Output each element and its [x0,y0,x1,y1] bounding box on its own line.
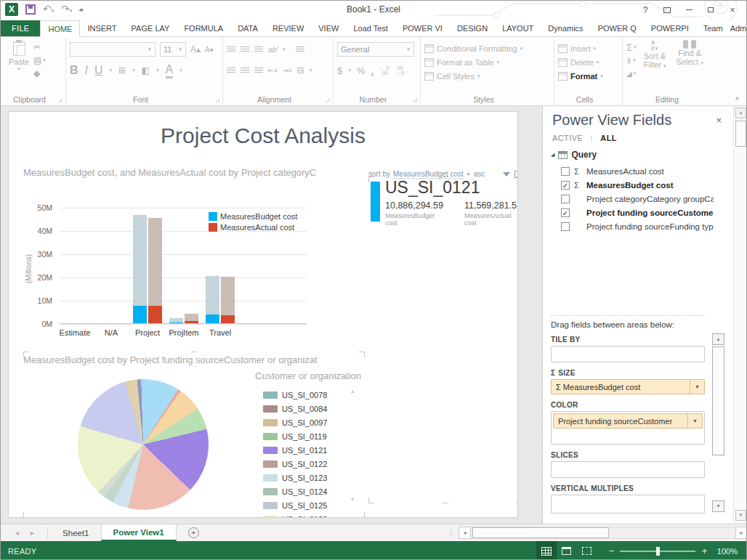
pie-legend-item[interactable]: US_SI_0123 [263,471,352,484]
close-icon[interactable]: × [723,3,742,17]
percent-button[interactable]: % [357,65,366,76]
scroll-right-icon[interactable]: ▸ [735,527,747,539]
color-area[interactable]: Project funding sourceCustomer ▼ [551,411,705,445]
scroll-down-icon[interactable]: ▾ [351,496,354,503]
slices-area[interactable] [551,461,705,478]
grow-font-button[interactable]: A▴ [190,44,201,54]
font-size-combo[interactable]: 11▾ [160,42,186,57]
ribbon-tab-view[interactable]: VIEW [311,20,346,36]
scroll-left-icon[interactable]: ◂ [459,527,471,539]
increase-indent-icon[interactable]: ⇥≡ [283,65,292,76]
scroll-up-icon[interactable]: ▴ [351,388,354,394]
align-top-icon[interactable] [227,46,235,53]
ribbon-tab-dynamics[interactable]: Dynamics [541,20,590,36]
cut-button[interactable]: ✂ [33,41,46,53]
ribbon-display-options-icon[interactable] [658,3,677,17]
scroll-thumb[interactable] [712,346,724,455]
color-field-pill[interactable]: Project funding sourceCustomer ▼ [553,413,703,429]
decrease-indent-icon[interactable]: ⇤≡ [268,65,278,76]
bar-measuresactual-cost-projitem[interactable] [185,314,198,323]
panel-outer-scrollbar[interactable]: ▲ ▼ [733,106,747,524]
zoom-out-button[interactable]: − [609,546,615,556]
power-view-sheet[interactable]: Project Cost Analysis MeasuresBudget cos… [8,111,518,518]
align-bottom-icon[interactable] [254,46,263,53]
scroll-thumb[interactable] [472,527,609,538]
field-checkbox[interactable]: ✓ [561,181,570,190]
delete-button[interactable]: Delete▾ [558,55,618,69]
number-format-combo[interactable]: General▾ [337,42,414,57]
pie-legend-scrollbar[interactable]: ▴ ▾ [351,388,358,503]
new-sheet-button[interactable]: + [188,524,199,541]
color-pill-dropdown-icon[interactable]: ▼ [687,414,702,428]
bar-measuresbudget-cost-travel[interactable] [206,276,219,323]
size-pill-dropdown-icon[interactable]: ▼ [690,380,704,394]
font-dialog-launcher-icon[interactable]: ◿ [216,97,219,103]
italic-button[interactable]: I [85,64,88,77]
format-painter-button[interactable]: ◆ [33,68,46,79]
ribbon-tab-load-test[interactable]: Load Test [346,20,395,36]
align-right-icon[interactable] [254,68,263,74]
normal-view-button[interactable] [536,541,557,560]
report-title[interactable]: Project Cost Analysis [9,123,517,148]
pie-legend-item[interactable]: US_SI_0126 [263,512,352,518]
bold-button[interactable]: B [70,64,78,77]
field-checkbox[interactable]: ✓ [561,208,570,217]
format-as-table-button[interactable]: Format as Table▾ [424,55,550,69]
clear-button[interactable]: ◢▾ [626,68,637,79]
format-button[interactable]: Format▾ [558,69,618,83]
collapse-ribbon-icon[interactable]: ˄ [728,95,746,105]
sheet-tab-power-view1[interactable]: Power View1 [101,524,177,541]
bar-measuresbudget-cost-project[interactable] [133,215,147,323]
field-checkbox[interactable] [561,195,570,203]
field-label[interactable]: MeasuresBudget cost [586,181,674,190]
orientation-button[interactable]: ab⁄ [268,46,278,54]
find-select-button[interactable]: Find & Select ▾ [674,40,706,79]
pie-legend-item[interactable]: US_SI_0122 [263,457,352,471]
font-name-combo[interactable]: ▾ [70,42,156,57]
ribbon-tab-home[interactable]: HOME [40,20,80,37]
copy-button[interactable]: ▤▾ [33,54,46,66]
sort-filter-button[interactable]: AZ▼ Sort & Filter ▾ [641,40,669,79]
bar-measuresbudget-cost-projitem[interactable] [169,318,183,323]
increase-decimal-icon[interactable]: ←.0.00 [379,65,389,76]
merge-center-icon[interactable]: ⊟ [297,65,304,76]
field-label[interactable]: Project funding sourceCustomer or [586,208,714,217]
align-center-icon[interactable] [241,68,249,74]
ribbon-tab-page-lay[interactable]: PAGE LAY [124,20,177,36]
conditional-formatting-button[interactable]: Conditional Formatting▾ [424,41,550,55]
card-tile[interactable]: sort by MeasuresBudget cost ▼ asc ↗ [368,169,518,505]
ribbon-tab-formula[interactable]: FORMULA [177,20,230,36]
pie-legend-item[interactable]: US_SI_0097 [263,415,352,429]
help-icon[interactable]: ? [636,3,655,17]
ribbon-tab-team[interactable]: Team [696,20,730,36]
sheet-nav-left-icon[interactable]: ◂ [15,529,19,537]
number-dialog-launcher-icon[interactable]: ◿ [413,97,417,103]
tile-by-area[interactable] [551,346,705,362]
pie-legend-item[interactable]: US_SI_0124 [263,484,352,498]
ribbon-tab-layout[interactable]: LAYOUT [495,20,541,36]
ribbon-tab-review[interactable]: REVIEW [265,20,311,36]
pie-legend-item[interactable]: US_SI_0119 [263,429,352,443]
font-color-button[interactable]: A [166,63,174,78]
zoom-slider[interactable] [620,551,695,552]
sheet-tab-sheet1[interactable]: Sheet1 [51,524,100,541]
account-area[interactable]: Administrator ▾ [730,20,747,36]
shrink-font-button[interactable]: A▾ [205,46,214,54]
scroll-down-icon[interactable]: ▼ [712,500,724,512]
sort-dropdown-icon[interactable]: ▼ [467,172,471,176]
scroll-up-icon[interactable]: ▲ [735,107,746,118]
size-field-pill[interactable]: Σ MeasuresBudget cost ▼ [551,379,705,394]
bar-chart-tile[interactable]: MeasuresBudget cost, and MeasuresActual … [23,167,365,346]
zoom-slider-thumb[interactable] [656,547,660,556]
field-label[interactable]: Project funding sourceFunding typ [586,222,714,231]
legend-item[interactable]: MeasuresActual cost [209,222,306,232]
tab-active[interactable]: ACTIVE [552,134,583,142]
pie-chart-tile[interactable]: MeasuresBudget cost by Project funding s… [23,352,365,518]
accounting-format-button[interactable]: $ [337,65,342,76]
tab-all[interactable]: ALL [600,134,617,142]
field-label[interactable]: MeasuresActual cost [586,167,664,176]
pie-legend-item[interactable]: US_SI_0125 [263,498,352,512]
restore-icon[interactable] [701,3,720,17]
zoom-in-button[interactable]: + [701,546,707,556]
horizontal-scrollbar[interactable]: ◂ ▸ [459,527,747,539]
